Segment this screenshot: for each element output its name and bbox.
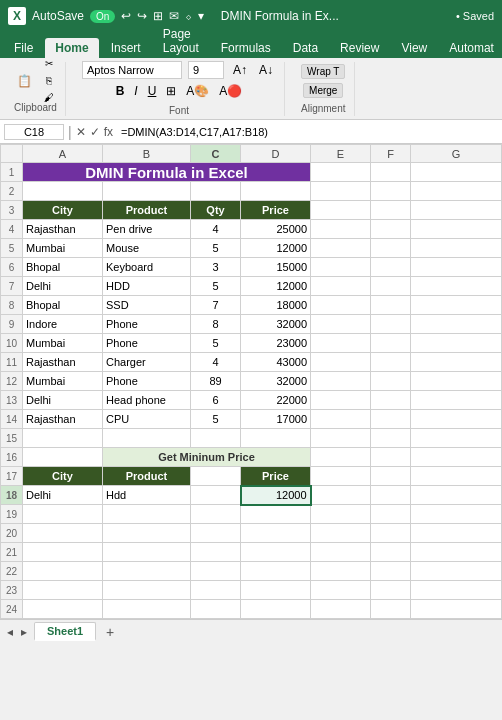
cell-4e[interactable] <box>311 220 371 239</box>
col-header-d[interactable]: D <box>241 145 311 163</box>
cell-8d[interactable]: 18000 <box>241 296 311 315</box>
cell-6g[interactable] <box>411 258 502 277</box>
underline-button[interactable]: U <box>145 82 160 100</box>
cell-2f[interactable] <box>371 182 411 201</box>
cell-17a[interactable]: City <box>23 467 103 486</box>
cell-17f[interactable] <box>371 467 411 486</box>
sheet-tab-sheet1[interactable]: Sheet1 <box>34 622 96 641</box>
insert-function-icon[interactable]: fx <box>104 125 113 139</box>
cell-13e[interactable] <box>311 391 371 410</box>
cell-21g[interactable] <box>411 543 502 562</box>
cell-14b[interactable]: CPU <box>103 410 191 429</box>
cell-5g[interactable] <box>411 239 502 258</box>
cell-14a[interactable]: Rajasthan <box>23 410 103 429</box>
cell-3b[interactable]: Product <box>103 201 191 220</box>
cell-13d[interactable]: 22000 <box>241 391 311 410</box>
tab-review[interactable]: Review <box>330 38 389 58</box>
cell-10d[interactable]: 23000 <box>241 334 311 353</box>
tab-view[interactable]: View <box>391 38 437 58</box>
cell-11e[interactable] <box>311 353 371 372</box>
paste-button[interactable]: 📋 <box>14 72 35 90</box>
cell-8c[interactable]: 7 <box>191 296 241 315</box>
tab-automate[interactable]: Automat <box>439 38 502 58</box>
cell-13g[interactable] <box>411 391 502 410</box>
cell-16a[interactable] <box>23 448 103 467</box>
undo-icon[interactable]: ↩ <box>121 9 131 23</box>
cell-4f[interactable] <box>371 220 411 239</box>
cell-19g[interactable] <box>411 505 502 524</box>
cell-23f[interactable] <box>371 581 411 600</box>
cell-11c[interactable]: 4 <box>191 353 241 372</box>
cell-24g[interactable] <box>411 600 502 619</box>
cell-24d[interactable] <box>241 600 311 619</box>
cell-15d[interactable] <box>241 429 311 448</box>
cell-21e[interactable] <box>311 543 371 562</box>
confirm-formula-icon[interactable]: ✓ <box>90 125 100 139</box>
cell-20d[interactable] <box>241 524 311 543</box>
col-header-c[interactable]: C <box>191 145 241 163</box>
cell-9g[interactable] <box>411 315 502 334</box>
sheet-nav-left[interactable]: ◂ <box>4 625 16 639</box>
cell-12g[interactable] <box>411 372 502 391</box>
more-icon[interactable]: ▾ <box>198 9 204 23</box>
cell-13f[interactable] <box>371 391 411 410</box>
cell-21c[interactable] <box>191 543 241 562</box>
autosave-toggle[interactable]: On <box>90 10 115 23</box>
cell-14d[interactable]: 17000 <box>241 410 311 429</box>
cell-9e[interactable] <box>311 315 371 334</box>
cell-15a[interactable] <box>23 429 103 448</box>
cancel-formula-icon[interactable]: ✕ <box>76 125 86 139</box>
cell-12a[interactable]: Mumbai <box>23 372 103 391</box>
cell-14g[interactable] <box>411 410 502 429</box>
title-cell[interactable]: DMIN Formula in Excel <box>23 163 311 182</box>
cell-3a[interactable]: City <box>23 201 103 220</box>
cell-20c[interactable] <box>191 524 241 543</box>
italic-button[interactable]: I <box>131 82 140 100</box>
cell-23c[interactable] <box>191 581 241 600</box>
cell-9b[interactable]: Phone <box>103 315 191 334</box>
cell-2a[interactable] <box>23 182 103 201</box>
cell-20g[interactable] <box>411 524 502 543</box>
cell-6b[interactable]: Keyboard <box>103 258 191 277</box>
cell-10e[interactable] <box>311 334 371 353</box>
cell-9c[interactable]: 8 <box>191 315 241 334</box>
cell-7b[interactable]: HDD <box>103 277 191 296</box>
cell-7a[interactable]: Delhi <box>23 277 103 296</box>
font-color-button[interactable]: A🔴 <box>216 82 245 100</box>
cell-23e[interactable] <box>311 581 371 600</box>
col-header-g[interactable]: G <box>411 145 502 163</box>
cell-23g[interactable] <box>411 581 502 600</box>
cell-11d[interactable]: 43000 <box>241 353 311 372</box>
cell-3c[interactable]: Qty <box>191 201 241 220</box>
cell-5c[interactable]: 5 <box>191 239 241 258</box>
border-button[interactable]: ⊞ <box>163 82 179 100</box>
cell-4d[interactable]: 25000 <box>241 220 311 239</box>
font-size-input[interactable] <box>188 61 224 79</box>
cell-20f[interactable] <box>371 524 411 543</box>
cell-22b[interactable] <box>103 562 191 581</box>
cell-7g[interactable] <box>411 277 502 296</box>
cell-14e[interactable] <box>311 410 371 429</box>
cell-6f[interactable] <box>371 258 411 277</box>
cell-22e[interactable] <box>311 562 371 581</box>
cell-8g[interactable] <box>411 296 502 315</box>
sheet-nav-right[interactable]: ▸ <box>18 625 30 639</box>
cell-15e[interactable] <box>311 429 371 448</box>
cell-7e[interactable] <box>311 277 371 296</box>
cell-5d[interactable]: 12000 <box>241 239 311 258</box>
cell-5a[interactable]: Mumbai <box>23 239 103 258</box>
cell-5f[interactable] <box>371 239 411 258</box>
cell-7c[interactable]: 5 <box>191 277 241 296</box>
mail-icon[interactable]: ✉ <box>169 9 179 23</box>
cell-5b[interactable]: Mouse <box>103 239 191 258</box>
cell-16b[interactable]: Get Mininum Price <box>103 448 311 467</box>
decrease-font-button[interactable]: A↓ <box>256 61 276 79</box>
col-header-f[interactable]: F <box>371 145 411 163</box>
cell-6e[interactable] <box>311 258 371 277</box>
increase-font-button[interactable]: A↑ <box>230 61 250 79</box>
cell-2g[interactable] <box>411 182 502 201</box>
cell-21f[interactable] <box>371 543 411 562</box>
cell-9f[interactable] <box>371 315 411 334</box>
cell-23d[interactable] <box>241 581 311 600</box>
cell-8f[interactable] <box>371 296 411 315</box>
